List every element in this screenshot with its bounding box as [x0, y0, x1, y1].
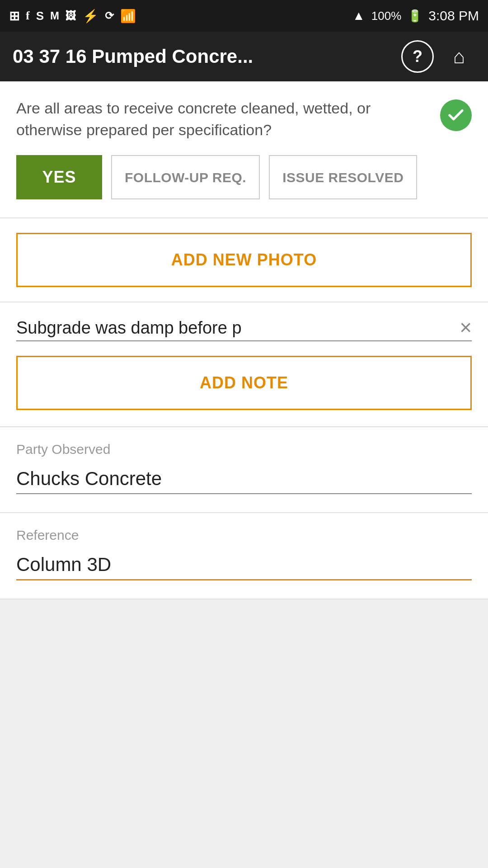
status-time: 3:08 PM [428, 8, 479, 24]
gmail-icon: M [50, 9, 59, 22]
clear-note-button[interactable]: × [452, 317, 472, 338]
question-row: Are all areas to receive concrete cleane… [16, 98, 472, 141]
battery-icon: 🔋 [408, 9, 422, 23]
status-bar-right: ▲ 100% 🔋 3:08 PM [352, 8, 479, 24]
bluetooth-icon: ⚡ [83, 9, 99, 24]
question-section: Are all areas to receive concrete cleane… [0, 81, 488, 218]
note-input[interactable] [16, 318, 452, 338]
signal-bars-icon: ▲ [352, 9, 365, 23]
party-observed-label: Party Observed [16, 442, 472, 457]
issue-resolved-button[interactable]: ISSUE RESOLVED [269, 155, 417, 199]
answer-buttons: YES FOLLOW-UP REQ. ISSUE RESOLVED [16, 155, 472, 199]
checkmark-icon [446, 106, 465, 125]
battery-percentage: 100% [371, 9, 402, 23]
wifi-icon: 📶 [120, 9, 136, 24]
status-bar: ⊞ f S M 🖼 ⚡ ⟳ 📶 ▲ 100% 🔋 3:08 PM [0, 0, 488, 32]
gallery-icon: 🖼 [66, 9, 76, 22]
note-input-row: × [16, 317, 472, 341]
note-section: × ADD NOTE [0, 302, 488, 427]
add-photo-button[interactable]: ADD NEW PHOTO [16, 233, 472, 287]
facebook-icon: f [26, 9, 30, 23]
question-text: Are all areas to receive concrete cleane… [16, 98, 440, 141]
status-bar-left: ⊞ f S M 🖼 ⚡ ⟳ 📶 [9, 9, 136, 24]
party-observed-section: Party Observed [0, 427, 488, 513]
check-circle-indicator [440, 99, 472, 131]
help-button[interactable]: ? [401, 40, 434, 73]
page-title: 03 37 16 Pumped Concre... [13, 46, 392, 67]
reference-input[interactable] [16, 550, 472, 580]
photo-section: ADD NEW PHOTO [0, 218, 488, 302]
party-observed-input[interactable] [16, 464, 472, 494]
skype-icon: S [36, 9, 44, 23]
home-button[interactable]: ⌂ [443, 40, 475, 73]
app-header: 03 37 16 Pumped Concre... ? ⌂ [0, 32, 488, 81]
followup-button[interactable]: FOLLOW-UP REQ. [111, 155, 260, 199]
yes-button[interactable]: YES [16, 155, 102, 199]
network-icon: ⟳ [105, 9, 114, 22]
plus-icon: ⊞ [9, 9, 19, 24]
reference-label: Reference [16, 528, 472, 543]
reference-section: Reference [0, 513, 488, 599]
main-content: Are all areas to receive concrete cleane… [0, 81, 488, 599]
add-note-button[interactable]: ADD NOTE [16, 356, 472, 410]
